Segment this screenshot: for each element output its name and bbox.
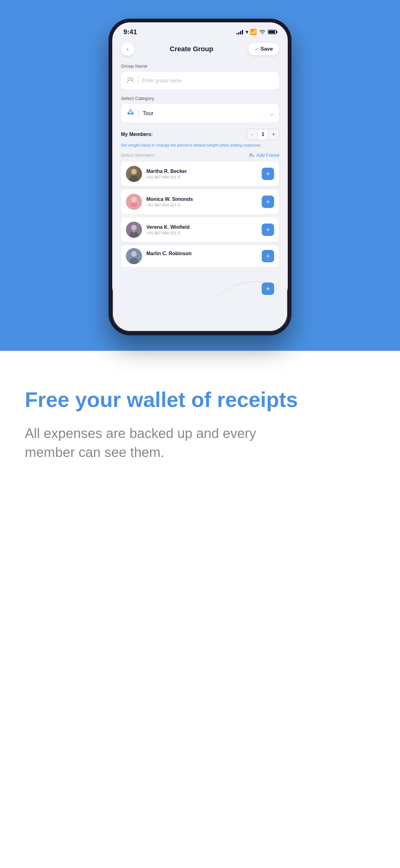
add-member-button[interactable]: + (262, 168, 274, 180)
counter-value: 1 (258, 129, 268, 140)
list-item: Marlin C. Robinson +91 987 654 321 0 + (121, 245, 279, 267)
svg-point-5 (131, 169, 137, 175)
add-friend-button[interactable]: Add Friend (249, 152, 279, 158)
decrement-button[interactable]: - (247, 129, 258, 140)
svg-point-0 (128, 78, 131, 81)
group-name-label: Group Name (121, 63, 279, 69)
group-icon (127, 77, 134, 85)
plus-icon: + (266, 198, 270, 205)
status-time: 9:41 (124, 28, 137, 36)
category-label: Select Category (121, 96, 279, 101)
member-name: Monica W. Simonds (146, 196, 193, 202)
promo-description: All expenses are backed up and every mem… (25, 424, 273, 462)
avatar (126, 222, 142, 238)
back-button[interactable]: ‹ (121, 42, 135, 56)
select-members-label: Select Members (121, 152, 155, 158)
plus-icon: + (266, 226, 270, 233)
member-name: Marlin C. Robinson (146, 251, 192, 256)
avatar (126, 248, 142, 264)
group-name-input[interactable]: Enter group name (121, 72, 279, 89)
promo-title: Free your wallet of receipts (25, 388, 298, 411)
svg-point-6 (130, 176, 138, 182)
svg-point-13 (130, 258, 138, 264)
avatar (126, 194, 142, 210)
save-button[interactable]: ✓ Save (248, 43, 279, 55)
page-curl: Marlin C. Robinson +91 987 654 321 0 + (121, 245, 279, 298)
list-item: Verena K. Winfield +91 987 654 321 0 + (121, 217, 279, 242)
add-friend-label: Add Friend (257, 152, 279, 158)
members-counter[interactable]: - 1 + (247, 129, 279, 140)
category-icon (127, 108, 135, 118)
svg-rect-9 (131, 203, 137, 207)
member-list: Martha R. Becker +91 987 654 321 0 + (121, 161, 279, 242)
add-member-button[interactable]: + (262, 282, 274, 295)
plus-icon: + (266, 253, 270, 259)
back-chevron-icon: ‹ (127, 46, 129, 53)
wifi-icon (259, 30, 265, 34)
page-title: Create Group (170, 45, 213, 53)
avatar (126, 166, 142, 182)
svg-point-1 (131, 78, 133, 81)
group-name-placeholder: Enter group name (142, 78, 182, 84)
members-header: My Members: - 1 + (121, 129, 279, 140)
status-icons: ▾ 📶 (236, 29, 276, 35)
list-item: Monica W. Simonds +91 987 654 321 0 + (121, 189, 279, 214)
promo-section: Free your wallet of receipts All expense… (0, 351, 400, 868)
add-member-button[interactable]: + (262, 250, 274, 262)
signal-icon (236, 30, 243, 34)
member-name: Verena K. Winfield (146, 224, 190, 230)
member-phone: +91 987 654 321 0 (146, 175, 187, 180)
save-label: Save (261, 46, 273, 52)
member-phone: +91 987 654 321 0 (146, 231, 190, 235)
plus-icon: + (266, 285, 270, 292)
wifi-icon: ▾ 📶 (245, 29, 257, 35)
app-content: Group Name Enter group name (112, 61, 288, 304)
member-phone: +91 987 654 321 0 (146, 203, 193, 207)
status-bar: 9:41 ▾ 📶 (112, 22, 288, 39)
select-members-row: Select Members Add Friend (121, 152, 279, 158)
phone-mockup: 9:41 ▾ 📶 (108, 19, 292, 335)
list-item: Martha R. Becker +91 987 654 321 0 + (121, 161, 279, 186)
add-member-button[interactable]: + (262, 195, 274, 208)
svg-point-12 (131, 251, 137, 257)
save-check-icon: ✓ (255, 46, 259, 52)
members-label: My Members: (121, 132, 153, 137)
plus-icon: + (266, 170, 270, 177)
chevron-down-icon: ⌵ (270, 110, 273, 117)
app-header: ‹ Create Group ✓ Save (112, 39, 288, 61)
category-dropdown[interactable]: Tour ⌵ (121, 104, 279, 123)
battery-icon (268, 30, 276, 34)
svg-point-10 (131, 225, 137, 230)
weight-hint: Set weight value to change the person's … (121, 143, 279, 148)
svg-point-7 (131, 197, 137, 203)
member-name: Martha R. Becker (146, 168, 187, 174)
add-member-button[interactable]: + (262, 223, 274, 236)
category-value: Tour (143, 110, 154, 117)
increment-button[interactable]: + (268, 129, 279, 140)
